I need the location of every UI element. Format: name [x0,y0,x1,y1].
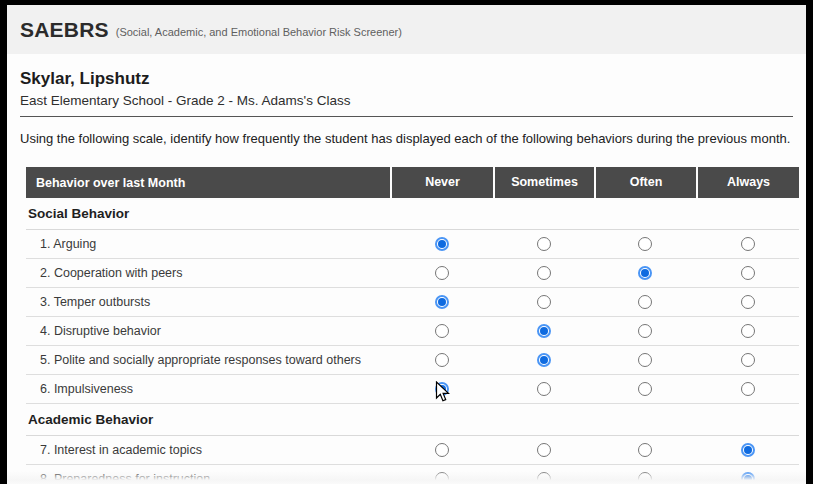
behavior-row: 3. Temper outbursts [26,288,799,317]
radio-cell-always[interactable] [696,230,799,258]
radio-cell-often[interactable] [594,230,696,258]
behavior-row: 8. Preparedness for instruction [26,465,799,484]
table-header-row: Behavior over last Month NeverSometimesO… [26,167,799,198]
radio-cell-sometimes[interactable] [493,288,594,316]
radio-never-selected[interactable] [435,295,449,309]
radio-cell-always[interactable] [696,288,799,316]
radio-often[interactable] [638,472,652,484]
main-content: Skylar, Lipshutz East Elementary School … [7,69,806,484]
radio-never[interactable] [435,443,449,457]
behavior-row: 2. Cooperation with peers [26,259,799,288]
option-column-header-always: Always [696,167,799,198]
behavior-row: 1. Arguing [26,230,799,259]
radio-sometimes[interactable] [537,443,551,457]
radio-cell-never[interactable] [390,375,493,403]
radio-cell-often[interactable] [594,259,696,287]
radio-often-selected[interactable] [638,266,652,280]
section-title: Social Behavior [26,198,799,230]
behavior-row-label: 4. Disruptive behavior [26,324,390,338]
radio-cell-sometimes[interactable] [493,346,594,374]
behavior-row-label: 3. Temper outbursts [26,295,390,309]
student-name: Skylar, Lipshutz [20,69,793,89]
radio-cell-sometimes[interactable] [493,317,594,345]
option-column-header-never: Never [390,167,493,198]
radio-cell-sometimes[interactable] [493,375,594,403]
radio-cell-often[interactable] [594,317,696,345]
radio-often[interactable] [638,353,652,367]
radio-sometimes[interactable] [537,295,551,309]
radio-cell-never[interactable] [390,436,493,464]
radio-always[interactable] [741,266,755,280]
table-body: Social Behavior1. Arguing2. Cooperation … [26,198,799,484]
radio-often[interactable] [638,295,652,309]
radio-sometimes[interactable] [537,266,551,280]
radio-cell-often[interactable] [594,346,696,374]
behavior-row: 5. Polite and socially appropriate respo… [26,346,799,375]
radio-always-selected[interactable] [741,443,755,457]
section-title: Academic Behavior [26,404,799,436]
radio-cell-sometimes[interactable] [493,465,594,484]
app-header-band: SAEBRS (Social, Academic, and Emotional … [7,5,806,54]
radio-cell-always[interactable] [696,259,799,287]
radio-always[interactable] [741,237,755,251]
radio-never-selected[interactable] [435,382,449,396]
behavior-row: 7. Interest in academic topics [26,436,799,465]
radio-always[interactable] [741,353,755,367]
radio-cell-always[interactable] [696,465,799,484]
radio-cell-sometimes[interactable] [493,230,594,258]
student-details: East Elementary School - Grade 2 - Ms. A… [20,93,793,117]
app-subtitle: (Social, Academic, and Emotional Behavio… [116,22,402,38]
radio-never[interactable] [435,266,449,280]
radio-never[interactable] [435,472,449,484]
radio-cell-never[interactable] [390,346,493,374]
radio-always[interactable] [741,382,755,396]
radio-cell-never[interactable] [390,259,493,287]
behavior-row: 6. Impulsiveness [26,375,799,404]
radio-often[interactable] [638,237,652,251]
radio-never-selected[interactable] [435,237,449,251]
option-column-header-often: Often [594,167,696,198]
radio-sometimes-selected[interactable] [537,324,551,338]
radio-never[interactable] [435,324,449,338]
app-title: SAEBRS [20,18,109,42]
behavior-row-label: 7. Interest in academic topics [26,443,390,457]
behavior-row-label: 8. Preparedness for instruction [26,472,390,484]
behavior-row: 4. Disruptive behavior [26,317,799,346]
instructions-text: Using the following scale, identify how … [20,131,793,146]
radio-cell-always[interactable] [696,346,799,374]
radio-cell-often[interactable] [594,465,696,484]
behavior-row-label: 5. Polite and socially appropriate respo… [26,353,390,367]
radio-never[interactable] [435,353,449,367]
radio-cell-never[interactable] [390,230,493,258]
behavior-row-label: 6. Impulsiveness [26,382,390,396]
radio-cell-often[interactable] [594,436,696,464]
radio-cell-never[interactable] [390,288,493,316]
radio-often[interactable] [638,382,652,396]
option-column-header-sometimes: Sometimes [493,167,594,198]
radio-cell-sometimes[interactable] [493,436,594,464]
radio-always[interactable] [741,324,755,338]
behavior-column-header: Behavior over last Month [26,176,390,190]
radio-sometimes[interactable] [537,237,551,251]
radio-often[interactable] [638,443,652,457]
radio-sometimes[interactable] [537,382,551,396]
radio-always[interactable] [741,295,755,309]
radio-cell-never[interactable] [390,317,493,345]
radio-cell-often[interactable] [594,375,696,403]
radio-cell-always[interactable] [696,317,799,345]
radio-cell-always[interactable] [696,375,799,403]
radio-cell-sometimes[interactable] [493,259,594,287]
radio-always-selected[interactable] [741,472,755,484]
radio-cell-never[interactable] [390,465,493,484]
radio-cell-always[interactable] [696,436,799,464]
radio-often[interactable] [638,324,652,338]
radio-sometimes[interactable] [537,472,551,484]
behavior-row-label: 1. Arguing [26,237,390,251]
radio-cell-often[interactable] [594,288,696,316]
behavior-row-label: 2. Cooperation with peers [26,266,390,280]
radio-sometimes-selected[interactable] [537,353,551,367]
behavior-survey-table: Behavior over last Month NeverSometimesO… [26,167,799,484]
